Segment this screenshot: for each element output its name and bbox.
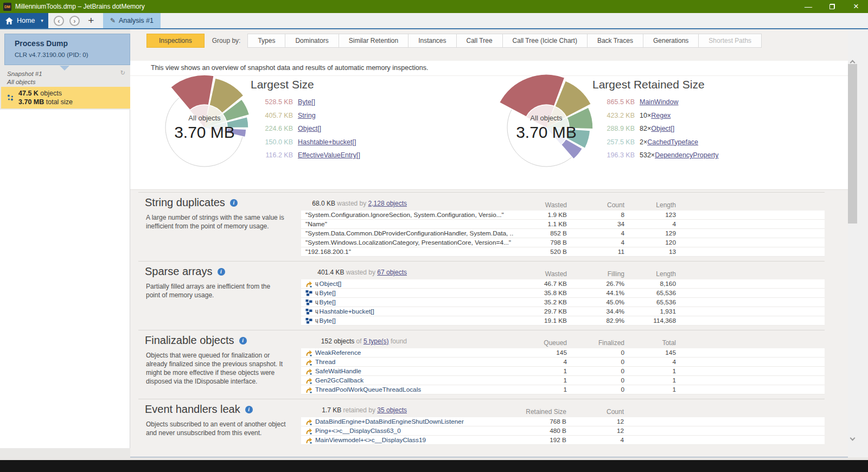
column-header[interactable]: Filling (568, 270, 626, 278)
type-link[interactable]: MainWindow (640, 98, 679, 106)
legend-value: 423.2 KB (596, 112, 635, 119)
class-icon (305, 368, 312, 375)
table-row[interactable]: ɥHashtable+bucket[]29.7 KB34.4%1,931 (301, 307, 825, 316)
row-cell: 145 (626, 348, 677, 357)
tab-call-tree[interactable]: Call Tree (456, 34, 503, 48)
home-icon (5, 17, 13, 24)
section-title: Event handlers leaki (145, 403, 253, 416)
type-kind-glyph: ɥ (315, 279, 318, 288)
row-cell: 520 B (514, 247, 568, 256)
table-row[interactable]: ThreadPoolWorkQueueThreadLocals101 (301, 385, 825, 394)
scrollbar-thumb[interactable] (848, 64, 857, 224)
type-link[interactable]: DependencyProperty (655, 151, 718, 159)
tab-types[interactable]: Types (247, 34, 285, 48)
summary-link[interactable]: 5 type(s) (363, 337, 389, 345)
tab-inspections[interactable]: Inspections (146, 34, 205, 48)
table-row[interactable]: "192.168.200.1"520 B1113 (301, 247, 825, 257)
tab-back-traces[interactable]: Back Traces (587, 34, 643, 48)
table-row[interactable]: "System.Data.Common.DbProviderConfigurat… (301, 229, 825, 238)
class-icon (305, 437, 312, 444)
array-icon (305, 308, 312, 315)
sidebar-item-all-objects[interactable]: 47.5 K objects 3.70 MB total size (1, 87, 130, 109)
column-header[interactable]: Wasted (514, 201, 568, 209)
restore-icon (829, 4, 835, 9)
column-header[interactable]: Queued (514, 339, 568, 347)
tab-dominators[interactable]: Dominators (285, 34, 339, 48)
summary-link[interactable]: 35 objects (377, 406, 407, 414)
restore-button[interactable] (820, 0, 844, 13)
home-button[interactable]: Home ▾ (0, 13, 48, 28)
minimize-button[interactable]: — (796, 0, 820, 13)
type-link[interactable]: Byte[] (298, 98, 315, 106)
chevron-down-icon[interactable]: ▾ (41, 18, 43, 23)
column-header[interactable]: Length (626, 270, 677, 278)
table-row[interactable]: ɥObject[]46.7 KB26.7%8,160 (301, 279, 825, 289)
type-kind-glyph: ɥ (315, 316, 318, 325)
scroll-down-icon[interactable] (850, 436, 856, 441)
snapshot-options-icon[interactable]: ↻ (120, 69, 125, 76)
table-row[interactable]: "Name"1.1 KB344 (301, 220, 825, 229)
tab-analysis-1[interactable]: ✎ Analysis #1 (103, 13, 161, 28)
tab-instances[interactable]: Instances (408, 34, 456, 48)
row-cell: 1 (626, 376, 677, 385)
summary-link[interactable]: 2,128 objects (368, 200, 407, 207)
tab-generations[interactable]: Generations (643, 34, 699, 48)
column-header[interactable]: Wasted (514, 270, 568, 278)
type-link[interactable]: Regex (651, 112, 671, 119)
info-icon[interactable]: i (245, 406, 253, 413)
row-cell: 4 (568, 229, 626, 238)
row-cell: 123 (626, 211, 677, 219)
summary-link[interactable]: 67 objects (377, 269, 407, 276)
table-row[interactable]: MainViewmodel+<>c__DisplayClass19192 B4 (301, 436, 825, 445)
table-row[interactable]: WeakReference1450145 (301, 348, 825, 358)
row-cell: 1.9 KB (514, 211, 568, 219)
row-cell: 0 (568, 385, 626, 394)
column-header[interactable]: Retained Size (513, 408, 567, 416)
tab-similar-retention[interactable]: Similar Retention (339, 34, 409, 48)
back-button[interactable]: ‹ (54, 16, 64, 26)
class-icon (305, 377, 312, 384)
close-button[interactable]: × (844, 0, 868, 13)
section-description: Objects that were queued for finalizatio… (146, 351, 286, 386)
table-row[interactable]: ɥByte[]35.8 KB44.1%65,536 (301, 289, 825, 298)
table-row[interactable]: ɥByte[]35.2 KB45.0%65,536 (301, 298, 825, 307)
largest-retained-size-legend: 865.5 KBMainWindow423.2 KB10×Regex288.9 … (596, 95, 719, 162)
vertical-scrollbar[interactable] (848, 29, 857, 457)
tab-call-tree-icicle-chart-[interactable]: Call Tree (Icicle Chart) (502, 34, 588, 48)
largest-size-chart[interactable] (141, 64, 268, 191)
table-row[interactable]: ɥByte[]19.1 KB82.9%114,368 (301, 316, 825, 326)
table-row[interactable]: SafeWaitHandle101 (301, 367, 825, 376)
info-icon[interactable]: i (230, 199, 238, 207)
table-row[interactable]: Ping+<>c__DisplayClass63_0480 B12 (301, 426, 825, 436)
pencil-icon: ✎ (110, 17, 116, 24)
column-header[interactable]: Length (626, 201, 677, 209)
column-header[interactable]: Count (567, 408, 625, 416)
legend-item: 865.5 KBMainWindow (596, 95, 719, 109)
column-header[interactable]: Count (568, 201, 626, 209)
forward-button[interactable]: › (69, 16, 80, 26)
row-cell: 798 B (514, 238, 568, 247)
row-cell: 852 B (514, 229, 568, 238)
type-link[interactable]: CachedTypeface (647, 138, 698, 146)
table-row[interactable]: Gen2GcCallback101 (301, 376, 825, 385)
type-link[interactable]: EffectiveValueEntry[] (298, 151, 360, 159)
table-row[interactable]: "System.Windows.LocalizationCategory, Pr… (301, 238, 825, 247)
type-link[interactable]: Object[] (298, 125, 321, 132)
table-row[interactable]: DataBindEngine+DataBindEngineShutDownLis… (301, 417, 825, 426)
column-header[interactable]: Total (626, 339, 677, 347)
sidebar: Process Dump CLR v4.7.3190.00 (PID: 0) S… (0, 29, 130, 457)
type-link[interactable]: Object[] (651, 125, 674, 132)
largest-retained-size-chart[interactable] (483, 64, 610, 191)
class-icon (305, 428, 312, 435)
type-link[interactable]: String (298, 112, 316, 119)
table-row[interactable]: Thread404 (301, 358, 825, 367)
info-icon[interactable]: i (239, 337, 247, 345)
table-row[interactable]: "System.Configuration.IgnoreSection, Sys… (301, 211, 825, 220)
row-cell: 65,536 (626, 298, 677, 307)
row-cell: 768 B (513, 417, 567, 426)
type-link[interactable]: Hashtable+bucket[] (298, 138, 356, 146)
column-header[interactable]: Finalized (568, 339, 626, 347)
row-cell: 480 B (513, 426, 567, 435)
info-icon[interactable]: i (218, 268, 225, 276)
new-analysis-button[interactable]: + (86, 15, 96, 27)
